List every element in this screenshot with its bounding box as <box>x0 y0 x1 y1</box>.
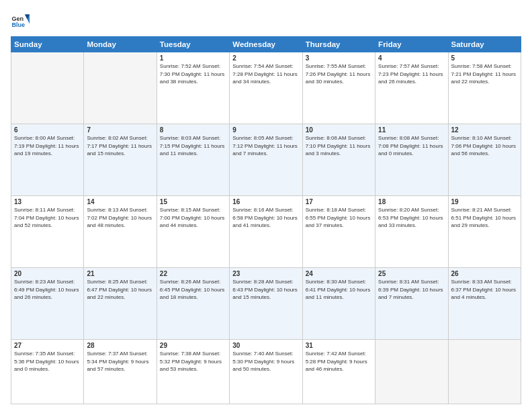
calendar-cell: 31Sunrise: 7:42 AM Sunset: 5:28 PM Dayli… <box>302 339 375 404</box>
day-info: Sunrise: 8:05 AM Sunset: 7:12 PM Dayligh… <box>232 134 299 158</box>
day-number: 9 <box>232 126 299 134</box>
calendar-cell: 12Sunrise: 8:10 AM Sunset: 7:06 PM Dayli… <box>448 124 521 195</box>
day-number: 8 <box>160 126 226 134</box>
calendar-cell <box>11 52 84 124</box>
calendar-cell: 5Sunrise: 7:58 AM Sunset: 7:21 PM Daylig… <box>448 52 521 124</box>
calendar-table: SundayMondayTuesdayWednesdayThursdayFrid… <box>11 36 521 404</box>
day-number: 16 <box>232 198 299 205</box>
weekday-header-saturday: Saturday <box>448 37 521 52</box>
calendar-cell: 4Sunrise: 7:57 AM Sunset: 7:23 PM Daylig… <box>375 52 448 124</box>
calendar-cell: 6Sunrise: 8:00 AM Sunset: 7:19 PM Daylig… <box>11 124 84 195</box>
week-row-1: 1Sunrise: 7:52 AM Sunset: 7:30 PM Daylig… <box>11 52 521 124</box>
svg-text:Blue: Blue <box>11 21 25 28</box>
calendar-cell: 13Sunrise: 8:11 AM Sunset: 7:04 PM Dayli… <box>11 195 84 267</box>
week-row-3: 13Sunrise: 8:11 AM Sunset: 7:04 PM Dayli… <box>11 195 521 267</box>
calendar-cell: 7Sunrise: 8:02 AM Sunset: 7:17 PM Daylig… <box>84 124 157 195</box>
day-number: 23 <box>232 270 299 277</box>
day-info: Sunrise: 8:15 AM Sunset: 7:00 PM Dayligh… <box>160 206 226 230</box>
calendar-cell <box>448 339 521 404</box>
header: Gen Blue <box>11 11 521 30</box>
day-info: Sunrise: 7:42 AM Sunset: 5:28 PM Dayligh… <box>306 350 372 373</box>
calendar-cell: 19Sunrise: 8:21 AM Sunset: 6:51 PM Dayli… <box>448 195 521 267</box>
calendar-cell: 16Sunrise: 8:16 AM Sunset: 6:58 PM Dayli… <box>230 195 302 267</box>
weekday-header-monday: Monday <box>84 37 157 52</box>
day-number: 24 <box>306 270 372 277</box>
day-info: Sunrise: 7:40 AM Sunset: 5:30 PM Dayligh… <box>232 350 299 373</box>
day-number: 2 <box>232 54 299 62</box>
day-number: 27 <box>14 342 81 349</box>
calendar-cell: 1Sunrise: 7:52 AM Sunset: 7:30 PM Daylig… <box>157 52 229 124</box>
day-info: Sunrise: 8:13 AM Sunset: 7:02 PM Dayligh… <box>87 206 153 230</box>
calendar-cell: 22Sunrise: 8:26 AM Sunset: 6:45 PM Dayli… <box>157 267 229 339</box>
day-number: 21 <box>87 270 153 277</box>
calendar-cell: 25Sunrise: 8:31 AM Sunset: 6:39 PM Dayli… <box>375 267 448 339</box>
calendar-cell: 3Sunrise: 7:55 AM Sunset: 7:26 PM Daylig… <box>302 52 375 124</box>
week-row-5: 27Sunrise: 7:35 AM Sunset: 5:36 PM Dayli… <box>11 339 521 404</box>
weekday-header-thursday: Thursday <box>302 37 375 52</box>
weekday-header-row: SundayMondayTuesdayWednesdayThursdayFrid… <box>11 37 521 52</box>
day-info: Sunrise: 7:58 AM Sunset: 7:21 PM Dayligh… <box>451 62 518 86</box>
day-info: Sunrise: 8:33 AM Sunset: 6:37 PM Dayligh… <box>451 278 518 302</box>
day-number: 30 <box>232 342 299 349</box>
calendar-cell: 29Sunrise: 7:38 AM Sunset: 5:32 PM Dayli… <box>157 339 229 404</box>
weekday-header-sunday: Sunday <box>11 37 84 52</box>
calendar-cell: 8Sunrise: 8:03 AM Sunset: 7:15 PM Daylig… <box>157 124 229 195</box>
day-number: 5 <box>451 54 518 62</box>
calendar-cell: 10Sunrise: 8:06 AM Sunset: 7:10 PM Dayli… <box>302 124 375 195</box>
day-info: Sunrise: 8:00 AM Sunset: 7:19 PM Dayligh… <box>14 134 81 158</box>
day-number: 18 <box>378 198 445 205</box>
calendar-cell <box>84 52 157 124</box>
day-info: Sunrise: 8:21 AM Sunset: 6:51 PM Dayligh… <box>451 206 518 230</box>
weekday-header-friday: Friday <box>375 37 448 52</box>
day-number: 26 <box>451 270 518 277</box>
day-info: Sunrise: 8:23 AM Sunset: 6:49 PM Dayligh… <box>14 278 81 302</box>
calendar-cell <box>375 339 448 404</box>
day-info: Sunrise: 7:55 AM Sunset: 7:26 PM Dayligh… <box>306 62 372 86</box>
day-number: 7 <box>87 126 153 134</box>
day-info: Sunrise: 8:16 AM Sunset: 6:58 PM Dayligh… <box>232 206 299 230</box>
day-number: 12 <box>451 126 518 134</box>
day-number: 31 <box>306 342 372 349</box>
day-info: Sunrise: 8:06 AM Sunset: 7:10 PM Dayligh… <box>306 134 372 158</box>
day-info: Sunrise: 8:18 AM Sunset: 6:55 PM Dayligh… <box>306 206 372 230</box>
calendar-cell: 2Sunrise: 7:54 AM Sunset: 7:28 PM Daylig… <box>230 52 302 124</box>
logo: Gen Blue <box>11 11 32 30</box>
calendar-cell: 14Sunrise: 8:13 AM Sunset: 7:02 PM Dayli… <box>84 195 157 267</box>
day-number: 3 <box>306 54 372 62</box>
calendar-cell: 11Sunrise: 8:08 AM Sunset: 7:08 PM Dayli… <box>375 124 448 195</box>
day-number: 28 <box>87 342 153 349</box>
day-number: 17 <box>306 198 372 205</box>
calendar-cell: 18Sunrise: 8:20 AM Sunset: 6:53 PM Dayli… <box>375 195 448 267</box>
day-info: Sunrise: 7:38 AM Sunset: 5:32 PM Dayligh… <box>160 350 226 373</box>
day-info: Sunrise: 7:54 AM Sunset: 7:28 PM Dayligh… <box>232 62 299 86</box>
day-info: Sunrise: 7:37 AM Sunset: 5:34 PM Dayligh… <box>87 350 153 373</box>
day-number: 6 <box>14 126 81 134</box>
calendar-cell: 20Sunrise: 8:23 AM Sunset: 6:49 PM Dayli… <box>11 267 84 339</box>
day-info: Sunrise: 7:35 AM Sunset: 5:36 PM Dayligh… <box>14 350 81 373</box>
week-row-2: 6Sunrise: 8:00 AM Sunset: 7:19 PM Daylig… <box>11 124 521 195</box>
day-number: 11 <box>378 126 445 134</box>
day-info: Sunrise: 7:52 AM Sunset: 7:30 PM Dayligh… <box>160 62 226 86</box>
day-info: Sunrise: 8:10 AM Sunset: 7:06 PM Dayligh… <box>451 134 518 158</box>
calendar-cell: 17Sunrise: 8:18 AM Sunset: 6:55 PM Dayli… <box>302 195 375 267</box>
calendar-cell: 26Sunrise: 8:33 AM Sunset: 6:37 PM Dayli… <box>448 267 521 339</box>
calendar-cell: 9Sunrise: 8:05 AM Sunset: 7:12 PM Daylig… <box>230 124 302 195</box>
weekday-header-wednesday: Wednesday <box>230 37 302 52</box>
day-number: 29 <box>160 342 226 349</box>
week-row-4: 20Sunrise: 8:23 AM Sunset: 6:49 PM Dayli… <box>11 267 521 339</box>
day-info: Sunrise: 7:57 AM Sunset: 7:23 PM Dayligh… <box>378 62 445 86</box>
day-info: Sunrise: 8:03 AM Sunset: 7:15 PM Dayligh… <box>160 134 226 158</box>
day-number: 10 <box>306 126 372 134</box>
day-info: Sunrise: 8:26 AM Sunset: 6:45 PM Dayligh… <box>160 278 226 302</box>
calendar-cell: 27Sunrise: 7:35 AM Sunset: 5:36 PM Dayli… <box>11 339 84 404</box>
day-info: Sunrise: 8:02 AM Sunset: 7:17 PM Dayligh… <box>87 134 153 158</box>
calendar-cell: 30Sunrise: 7:40 AM Sunset: 5:30 PM Dayli… <box>230 339 302 404</box>
day-number: 15 <box>160 198 226 205</box>
day-number: 1 <box>160 54 226 62</box>
day-info: Sunrise: 8:25 AM Sunset: 6:47 PM Dayligh… <box>87 278 153 302</box>
day-info: Sunrise: 8:08 AM Sunset: 7:08 PM Dayligh… <box>378 134 445 158</box>
day-number: 4 <box>378 54 445 62</box>
day-number: 14 <box>87 198 153 205</box>
day-info: Sunrise: 8:11 AM Sunset: 7:04 PM Dayligh… <box>14 206 81 230</box>
day-info: Sunrise: 8:31 AM Sunset: 6:39 PM Dayligh… <box>378 278 445 302</box>
